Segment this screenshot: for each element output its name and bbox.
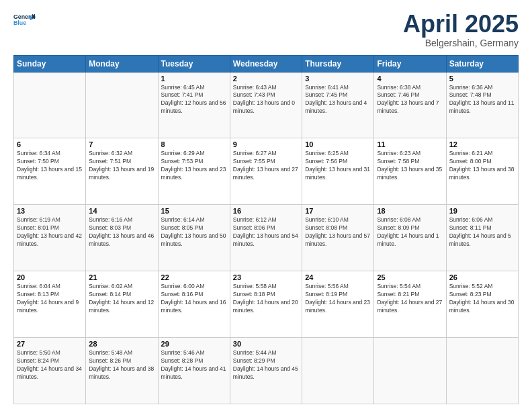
header: GeneralBlue April 2025 Belgershain, Germ… (13, 11, 519, 48)
day-info: Sunrise: 5:52 AM Sunset: 8:23 PM Dayligh… (449, 283, 515, 315)
day-number: 25 (377, 273, 443, 281)
header-row: Sunday Monday Tuesday Wednesday Thursday… (14, 55, 519, 72)
day-number: 15 (161, 207, 227, 215)
day-info: Sunrise: 6:38 AM Sunset: 7:46 PM Dayligh… (377, 84, 443, 116)
calendar-title: April 2025 (403, 11, 519, 38)
day-number: 6 (17, 140, 83, 148)
day-info: Sunrise: 6:12 AM Sunset: 8:06 PM Dayligh… (233, 216, 299, 248)
calendar-cell: 17Sunrise: 6:10 AM Sunset: 8:08 PM Dayli… (302, 205, 374, 271)
logo-icon: GeneralBlue (13, 11, 38, 30)
day-info: Sunrise: 6:06 AM Sunset: 8:11 PM Dayligh… (449, 216, 515, 248)
calendar-cell: 9Sunrise: 6:27 AM Sunset: 7:55 PM Daylig… (230, 138, 302, 205)
day-number: 5 (449, 75, 515, 83)
day-number: 28 (89, 340, 154, 348)
day-number: 23 (233, 273, 299, 281)
calendar-cell: 10Sunrise: 6:25 AM Sunset: 7:56 PM Dayli… (302, 138, 374, 205)
calendar-cell: 15Sunrise: 6:14 AM Sunset: 8:05 PM Dayli… (158, 205, 230, 271)
week-row-5: 27Sunrise: 5:50 AM Sunset: 8:24 PM Dayli… (14, 338, 519, 404)
calendar-cell: 29Sunrise: 5:46 AM Sunset: 8:28 PM Dayli… (158, 338, 230, 404)
day-info: Sunrise: 6:08 AM Sunset: 8:09 PM Dayligh… (377, 216, 443, 248)
calendar-cell: 5Sunrise: 6:36 AM Sunset: 7:48 PM Daylig… (446, 72, 518, 138)
calendar-cell: 1Sunrise: 6:45 AM Sunset: 7:41 PM Daylig… (158, 72, 230, 138)
day-number: 17 (305, 207, 371, 215)
calendar-cell: 16Sunrise: 6:12 AM Sunset: 8:06 PM Dayli… (230, 205, 302, 271)
day-info: Sunrise: 5:46 AM Sunset: 8:28 PM Dayligh… (161, 349, 227, 381)
title-block: April 2025 Belgershain, Germany (403, 11, 519, 48)
day-info: Sunrise: 6:45 AM Sunset: 7:41 PM Dayligh… (161, 84, 227, 116)
day-number: 13 (17, 207, 83, 215)
calendar-cell: 25Sunrise: 5:54 AM Sunset: 8:21 PM Dayli… (374, 271, 446, 338)
calendar-cell: 28Sunrise: 5:48 AM Sunset: 8:26 PM Dayli… (86, 338, 158, 404)
day-info: Sunrise: 6:41 AM Sunset: 7:45 PM Dayligh… (305, 84, 371, 116)
week-row-2: 6Sunrise: 6:34 AM Sunset: 7:50 PM Daylig… (14, 138, 519, 205)
calendar-subtitle: Belgershain, Germany (403, 38, 519, 48)
day-info: Sunrise: 6:27 AM Sunset: 7:55 PM Dayligh… (233, 150, 299, 182)
day-number: 2 (233, 75, 299, 83)
day-info: Sunrise: 5:58 AM Sunset: 8:18 PM Dayligh… (233, 283, 299, 315)
day-info: Sunrise: 6:16 AM Sunset: 8:03 PM Dayligh… (89, 216, 154, 248)
calendar-cell: 27Sunrise: 5:50 AM Sunset: 8:24 PM Dayli… (14, 338, 86, 404)
day-number: 14 (89, 207, 154, 215)
calendar-cell: 13Sunrise: 6:19 AM Sunset: 8:01 PM Dayli… (14, 205, 86, 271)
calendar-cell: 30Sunrise: 5:44 AM Sunset: 8:29 PM Dayli… (230, 338, 302, 404)
page: GeneralBlue April 2025 Belgershain, Germ… (0, 0, 532, 411)
day-number: 19 (449, 207, 515, 215)
calendar-cell (14, 72, 86, 138)
day-info: Sunrise: 6:00 AM Sunset: 8:16 PM Dayligh… (161, 283, 227, 315)
col-wednesday: Wednesday (230, 55, 302, 72)
day-number: 18 (377, 207, 443, 215)
week-row-1: 1Sunrise: 6:45 AM Sunset: 7:41 PM Daylig… (14, 72, 519, 138)
day-info: Sunrise: 6:04 AM Sunset: 8:13 PM Dayligh… (17, 283, 83, 315)
calendar-cell (86, 72, 158, 138)
day-number: 30 (233, 340, 299, 348)
day-info: Sunrise: 6:23 AM Sunset: 7:58 PM Dayligh… (377, 150, 443, 182)
day-number: 4 (377, 75, 443, 83)
col-monday: Monday (86, 55, 158, 72)
calendar-cell: 8Sunrise: 6:29 AM Sunset: 7:53 PM Daylig… (158, 138, 230, 205)
day-info: Sunrise: 6:25 AM Sunset: 7:56 PM Dayligh… (305, 150, 371, 182)
day-number: 20 (17, 273, 83, 281)
day-info: Sunrise: 5:44 AM Sunset: 8:29 PM Dayligh… (233, 349, 299, 381)
day-info: Sunrise: 6:14 AM Sunset: 8:05 PM Dayligh… (161, 216, 227, 248)
calendar-cell: 6Sunrise: 6:34 AM Sunset: 7:50 PM Daylig… (14, 138, 86, 205)
day-number: 8 (161, 140, 227, 148)
day-info: Sunrise: 5:48 AM Sunset: 8:26 PM Dayligh… (89, 349, 154, 381)
calendar-cell: 3Sunrise: 6:41 AM Sunset: 7:45 PM Daylig… (302, 72, 374, 138)
calendar-cell: 12Sunrise: 6:21 AM Sunset: 8:00 PM Dayli… (446, 138, 518, 205)
calendar-cell (374, 338, 446, 404)
day-number: 21 (89, 273, 154, 281)
day-number: 11 (377, 140, 443, 148)
calendar-table: Sunday Monday Tuesday Wednesday Thursday… (13, 55, 519, 404)
calendar-cell: 19Sunrise: 6:06 AM Sunset: 8:11 PM Dayli… (446, 205, 518, 271)
day-number: 12 (449, 140, 515, 148)
day-number: 1 (161, 75, 227, 83)
calendar-cell (302, 338, 374, 404)
svg-text:Blue: Blue (13, 19, 26, 26)
calendar-cell: 26Sunrise: 5:52 AM Sunset: 8:23 PM Dayli… (446, 271, 518, 338)
calendar-cell: 4Sunrise: 6:38 AM Sunset: 7:46 PM Daylig… (374, 72, 446, 138)
day-info: Sunrise: 5:56 AM Sunset: 8:19 PM Dayligh… (305, 283, 371, 315)
col-saturday: Saturday (446, 55, 518, 72)
day-number: 3 (305, 75, 371, 83)
day-number: 7 (89, 140, 154, 148)
day-number: 16 (233, 207, 299, 215)
week-row-3: 13Sunrise: 6:19 AM Sunset: 8:01 PM Dayli… (14, 205, 519, 271)
day-info: Sunrise: 6:32 AM Sunset: 7:51 PM Dayligh… (89, 150, 154, 182)
calendar-cell: 2Sunrise: 6:43 AM Sunset: 7:43 PM Daylig… (230, 72, 302, 138)
day-info: Sunrise: 6:36 AM Sunset: 7:48 PM Dayligh… (449, 84, 515, 116)
logo: GeneralBlue (13, 11, 38, 30)
day-info: Sunrise: 6:29 AM Sunset: 7:53 PM Dayligh… (161, 150, 227, 182)
day-info: Sunrise: 5:50 AM Sunset: 8:24 PM Dayligh… (17, 349, 83, 381)
day-info: Sunrise: 6:34 AM Sunset: 7:50 PM Dayligh… (17, 150, 83, 182)
day-info: Sunrise: 6:43 AM Sunset: 7:43 PM Dayligh… (233, 84, 299, 116)
calendar-cell: 20Sunrise: 6:04 AM Sunset: 8:13 PM Dayli… (14, 271, 86, 338)
day-number: 22 (161, 273, 227, 281)
day-number: 10 (305, 140, 371, 148)
day-number: 27 (17, 340, 83, 348)
day-number: 24 (305, 273, 371, 281)
day-number: 29 (161, 340, 227, 348)
calendar-cell: 14Sunrise: 6:16 AM Sunset: 8:03 PM Dayli… (86, 205, 158, 271)
col-tuesday: Tuesday (158, 55, 230, 72)
week-row-4: 20Sunrise: 6:04 AM Sunset: 8:13 PM Dayli… (14, 271, 519, 338)
day-number: 26 (449, 273, 515, 281)
